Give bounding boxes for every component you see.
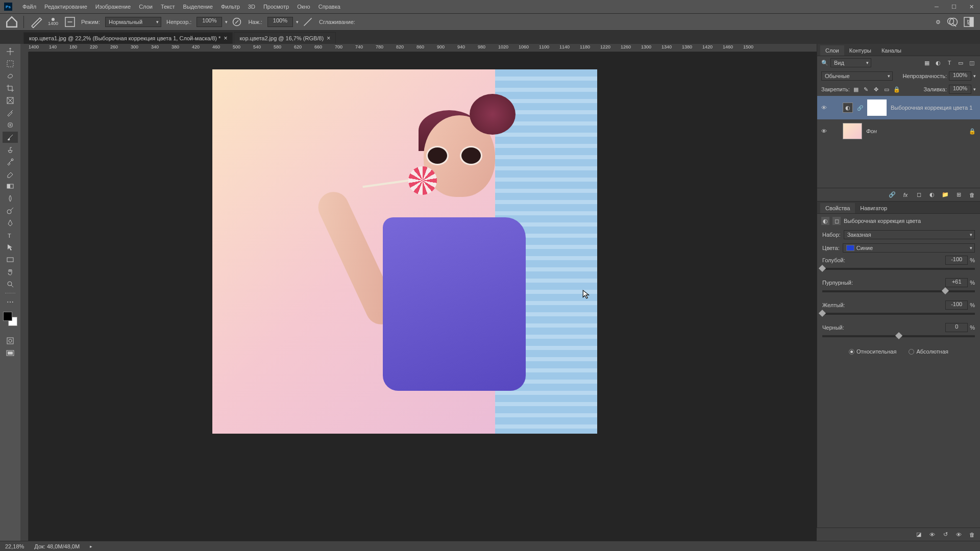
absolute-radio[interactable]: Абсолютная (909, 348, 948, 355)
visibility-toggle[interactable]: 👁 (821, 128, 828, 134)
move-tool[interactable] (3, 46, 18, 57)
filter-adjust-icon[interactable]: ◐ (934, 59, 942, 67)
vertical-ruler[interactable] (20, 52, 29, 541)
layer-group-button[interactable]: 📁 (941, 191, 949, 199)
menu-window[interactable]: Окно (293, 4, 314, 10)
magenta-slider[interactable] (822, 290, 975, 292)
lock-all-icon[interactable]: 🔒 (893, 85, 901, 93)
history-brush-tool[interactable] (3, 156, 18, 167)
menu-image[interactable]: Изображение (91, 4, 135, 10)
menu-edit[interactable]: Редактирование (40, 4, 91, 10)
brush-tool[interactable] (3, 132, 18, 143)
dodge-tool[interactable] (3, 205, 18, 216)
marquee-tool[interactable] (3, 58, 18, 69)
menu-file[interactable]: Файл (18, 4, 40, 10)
airbrush-button[interactable] (302, 16, 314, 28)
flow-input[interactable]: 100% (267, 17, 293, 27)
document-tab[interactable]: кор.цвета2.jpg @ 16,7% (RGB/8)× (234, 32, 336, 44)
ruler-origin[interactable] (20, 44, 29, 52)
close-button[interactable]: ✕ (963, 0, 980, 13)
delete-adjustment-button[interactable]: 🗑 (968, 531, 976, 539)
document-info[interactable]: Док: 48,0M/48,0M (34, 543, 80, 549)
layer-thumb[interactable] (843, 123, 862, 139)
cyan-slider[interactable] (822, 268, 975, 270)
opacity-input[interactable]: 100% (197, 17, 222, 27)
pen-tool[interactable] (3, 217, 18, 229)
lock-transparency-icon[interactable]: ▦ (852, 85, 860, 93)
blur-tool[interactable] (3, 193, 18, 204)
delete-layer-button[interactable]: 🗑 (968, 191, 976, 199)
color-picker[interactable] (3, 312, 17, 326)
filter-pixel-icon[interactable]: ▦ (923, 59, 931, 67)
document-canvas[interactable] (212, 69, 597, 434)
foreground-color[interactable] (3, 312, 12, 321)
tab-layers[interactable]: Слои (820, 45, 844, 56)
home-button[interactable] (5, 15, 18, 29)
yellow-value-input[interactable]: -100 (945, 300, 968, 310)
screen-mode-button[interactable] (3, 347, 18, 359)
magenta-value-input[interactable]: +61 (945, 278, 968, 287)
adjustment-thumb[interactable]: ◐ (843, 103, 853, 113)
adjustment-layer-button[interactable]: ◐ (928, 191, 936, 199)
lock-pixels-icon[interactable]: ✎ (862, 85, 870, 93)
layer-name[interactable]: Фон (866, 128, 877, 134)
quick-mask-button[interactable] (3, 335, 18, 346)
new-layer-button[interactable]: ⊞ (954, 191, 963, 199)
filter-shape-icon[interactable]: ▭ (957, 59, 965, 67)
path-selection-tool[interactable] (3, 242, 18, 253)
colors-select[interactable]: Синие (843, 243, 975, 253)
workspace-button[interactable] (963, 16, 975, 28)
tab-paths[interactable]: Контуры (844, 45, 876, 56)
tab-channels[interactable]: Каналы (876, 45, 906, 56)
menu-select[interactable]: Выделение (179, 4, 217, 10)
horizontal-ruler[interactable]: 1400140180220260300340380420460500540580… (29, 44, 817, 52)
type-tool[interactable]: T (3, 230, 18, 241)
mask-thumb[interactable] (867, 99, 887, 116)
zoom-tool[interactable] (3, 279, 18, 290)
gear-icon[interactable]: ⚙ (932, 16, 944, 28)
canvas-area[interactable]: 1400140180220260300340380420460500540580… (20, 44, 817, 541)
menu-help[interactable]: Справка (314, 4, 345, 10)
filter-smart-icon[interactable]: ◫ (968, 59, 976, 67)
healing-brush-tool[interactable] (3, 119, 18, 131)
black-value-input[interactable]: 0 (945, 323, 968, 332)
eyedropper-tool[interactable] (3, 107, 18, 118)
document-tab[interactable]: кор.цвета1.jpg @ 22,2% (Выборочная корре… (23, 32, 233, 44)
layer-mask-button[interactable]: ◻ (915, 191, 923, 199)
layer-filter-select[interactable]: Вид (830, 58, 871, 67)
view-previous-button[interactable]: 👁 (928, 531, 936, 539)
filter-type-icon[interactable]: T (945, 59, 953, 67)
reset-button[interactable]: ↺ (941, 531, 949, 539)
zoom-level[interactable]: 22,18% (5, 543, 24, 549)
layer-fill-input[interactable]: 100% (949, 85, 971, 94)
menu-filter[interactable]: Фильтр (217, 4, 244, 10)
lasso-tool[interactable] (3, 70, 18, 82)
maximize-button[interactable]: ☐ (945, 0, 963, 13)
gradient-tool[interactable] (3, 181, 18, 192)
layer-row[interactable]: 👁 ◐ 🔗 Выборочная коррекция цвета 1 (817, 96, 980, 119)
layer-blend-mode-select[interactable]: Обычные (821, 71, 893, 81)
layer-fx-button[interactable]: fx (901, 191, 910, 199)
layer-name[interactable]: Выборочная коррекция цвета 1 (891, 105, 972, 111)
menu-3d[interactable]: 3D (244, 4, 259, 10)
close-icon[interactable]: × (224, 35, 227, 42)
tab-properties[interactable]: Свойства (820, 203, 855, 213)
menu-view[interactable]: Просмотр (259, 4, 293, 10)
tool-preset-picker[interactable] (29, 15, 42, 29)
blend-mode-select[interactable]: Нормальный (105, 17, 161, 27)
layer-opacity-input[interactable]: 100% (949, 71, 971, 81)
toggle-visibility-button[interactable]: 👁 (954, 531, 963, 539)
visibility-toggle[interactable]: 👁 (821, 105, 828, 111)
pressure-opacity-button[interactable] (231, 16, 243, 28)
black-slider[interactable] (822, 335, 975, 337)
crop-tool[interactable] (3, 83, 18, 94)
hand-tool[interactable] (3, 266, 18, 278)
clone-stamp-tool[interactable] (3, 144, 18, 155)
preset-select[interactable]: Заказная (844, 230, 975, 239)
eraser-tool[interactable] (3, 168, 18, 180)
link-layers-button[interactable]: 🔗 (888, 191, 896, 199)
brush-preset-picker[interactable]: 1400 (45, 14, 61, 30)
close-icon[interactable]: × (327, 35, 330, 42)
clip-to-layer-button[interactable]: ◪ (915, 531, 923, 539)
layer-row[interactable]: 👁 Фон 🔒 (817, 119, 980, 143)
